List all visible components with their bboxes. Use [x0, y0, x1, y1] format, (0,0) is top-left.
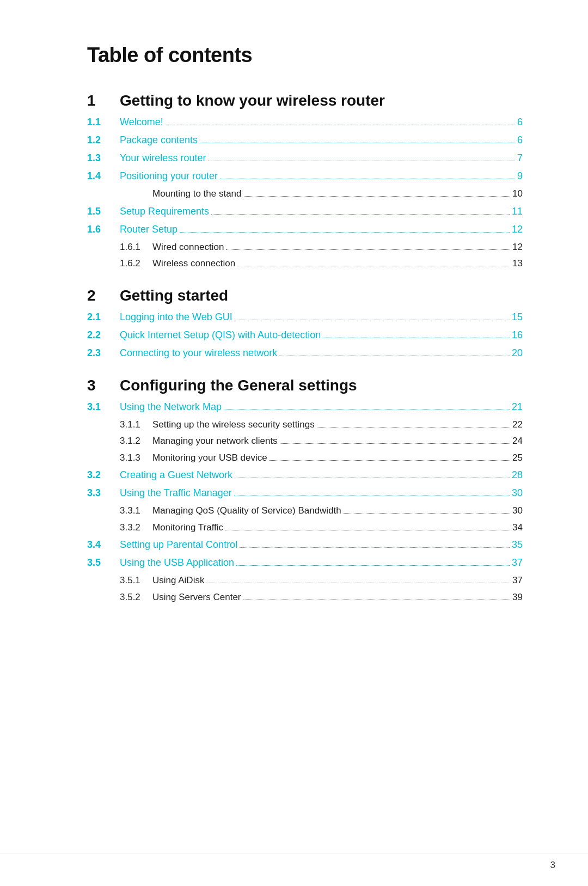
page-number: 3 [550, 860, 555, 871]
toc-link-1-4[interactable]: Positioning your router 9 [120, 169, 523, 184]
section-3-num: 3 [87, 377, 120, 394]
toc-sub-link-3-1-3: Monitoring your USB device 25 [152, 451, 523, 465]
toc-sub-page-3-5-1: 37 [512, 573, 523, 588]
toc-num-1-4: 1.4 [87, 169, 120, 184]
toc-dots-3-2 [235, 478, 510, 478]
toc-sub-dots-3-5-1 [206, 583, 510, 583]
toc-text-3-3: Using the Traffic Manager [120, 486, 232, 500]
toc-text-1-1: Welcome! [120, 115, 163, 130]
toc-entry-2-1[interactable]: 2.1 Logging into the Web GUI 15 [87, 310, 523, 325]
toc-sub-num-3-1-3: 3.1.3 [120, 451, 152, 465]
toc-dots-3-3 [234, 496, 510, 496]
toc-link-3-3[interactable]: Using the Traffic Manager 30 [120, 486, 523, 500]
toc-entry-3-3[interactable]: 3.3 Using the Traffic Manager 30 [87, 486, 523, 500]
toc-sub-link-3-3-2: Monitoring Traffic 34 [152, 521, 523, 535]
toc-entry-2-3[interactable]: 2.3 Connecting to your wireless network … [87, 346, 523, 360]
toc-link-2-3[interactable]: Connecting to your wireless network 20 [120, 346, 523, 360]
toc-sub-text-3-3-2: Monitoring Traffic [152, 521, 223, 535]
toc-sub-num-3-5-1: 3.5.1 [120, 573, 152, 588]
toc-num-1-1: 1.1 [87, 115, 120, 130]
toc-entry-1-6-1: 1.6.1 Wired connection 12 [87, 240, 523, 254]
toc-dots-1-3 [208, 161, 515, 161]
toc-sub-link-mounting: Mounting to the stand 10 [152, 187, 523, 201]
toc-page-3-4: 35 [512, 537, 523, 552]
toc-text-1-3: Your wireless router [120, 151, 206, 166]
toc-link-3-4[interactable]: Setting up Parental Control 35 [120, 537, 523, 552]
toc-entry-3-4[interactable]: 3.4 Setting up Parental Control 35 [87, 537, 523, 552]
toc-page-2-3: 20 [512, 346, 523, 360]
toc-text-3-2: Creating a Guest Network [120, 468, 232, 482]
toc-entry-3-2[interactable]: 3.2 Creating a Guest Network 28 [87, 468, 523, 482]
toc-page-1-5: 11 [512, 204, 523, 219]
toc-dots-1-5 [211, 214, 510, 215]
toc-page-1-6: 12 [512, 222, 523, 237]
toc-dots-3-4 [240, 547, 510, 548]
toc-entry-1-4[interactable]: 1.4 Positioning your router 9 [87, 169, 523, 184]
toc-link-2-1[interactable]: Logging into the Web GUI 15 [120, 310, 523, 325]
toc-link-1-6[interactable]: Router Setup 12 [120, 222, 523, 237]
toc-page-1-2: 6 [517, 133, 523, 148]
section-3-header: 3 Configuring the General settings [87, 377, 523, 394]
toc-entry-1-3[interactable]: 1.3 Your wireless router 7 [87, 151, 523, 166]
toc-link-1-3[interactable]: Your wireless router 7 [120, 151, 523, 166]
toc-num-2-2: 2.2 [87, 328, 120, 343]
toc-entry-3-1-1: 3.1.1 Setting up the wireless security s… [87, 418, 523, 432]
toc-link-2-2[interactable]: Quick Internet Setup (QIS) with Auto-det… [120, 328, 523, 343]
section-1-num: 1 [87, 92, 120, 109]
toc-entry-2-2[interactable]: 2.2 Quick Internet Setup (QIS) with Auto… [87, 328, 523, 343]
toc-text-3-4: Setting up Parental Control [120, 537, 237, 552]
toc-text-1-4: Positioning your router [120, 169, 218, 184]
section-2-title: Getting started [120, 287, 228, 304]
section-1-header: 1 Getting to know your wireless router [87, 92, 523, 109]
toc-page-3-3: 30 [512, 486, 523, 500]
toc-dots-2-1 [235, 320, 510, 320]
toc-sub-dots-1-6-1 [226, 249, 510, 250]
toc-page-1-3: 7 [517, 151, 523, 166]
toc-dots-2-2 [323, 338, 510, 338]
toc-link-1-5[interactable]: Setup Requirements 11 [120, 204, 523, 219]
toc-sub-link-3-5-2: Using Servers Center 39 [152, 590, 523, 604]
toc-sub-text-3-1-2: Managing your network clients [152, 434, 278, 448]
toc-link-3-1[interactable]: Using the Network Map 21 [120, 400, 523, 414]
page-title: Table of contents [87, 44, 523, 67]
toc-sub-page-3-5-2: 39 [512, 590, 523, 604]
toc-entry-1-5[interactable]: 1.5 Setup Requirements 11 [87, 204, 523, 219]
toc-num-3-4: 3.4 [87, 537, 120, 552]
toc-entry-1-1[interactable]: 1.1 Welcome! 6 [87, 115, 523, 130]
toc-entry-3-5-1: 3.5.1 Using AiDisk 37 [87, 573, 523, 588]
toc-sub-link-1-6-2: Wireless connection 13 [152, 256, 523, 271]
toc-text-2-3: Connecting to your wireless network [120, 346, 277, 360]
toc-text-2-2: Quick Internet Setup (QIS) with Auto-det… [120, 328, 321, 343]
toc-entry-3-1[interactable]: 3.1 Using the Network Map 21 [87, 400, 523, 414]
toc-num-3-3: 3.3 [87, 486, 120, 500]
toc-num-1-6: 1.6 [87, 222, 120, 237]
toc-entry-3-1-2: 3.1.2 Managing your network clients 24 [87, 434, 523, 448]
toc-sub-text-3-1-3: Monitoring your USB device [152, 451, 267, 465]
toc-text-3-5: Using the USB Application [120, 555, 234, 570]
toc-sub-link-3-1-1: Setting up the wireless security setting… [152, 418, 523, 432]
toc-dots-2-3 [279, 356, 510, 356]
toc-num-1-3: 1.3 [87, 151, 120, 166]
toc-entry-1-2[interactable]: 1.2 Package contents 6 [87, 133, 523, 148]
toc-num-3-2: 3.2 [87, 468, 120, 482]
toc-text-1-6: Router Setup [120, 222, 177, 237]
section-1-title: Getting to know your wireless router [120, 92, 385, 109]
toc-sub-link-3-3-1: Managing QoS (Quality of Service) Bandwi… [152, 504, 523, 518]
toc-sub-page-3-3-2: 34 [512, 521, 523, 535]
toc-sub-page-3-1-1: 22 [512, 418, 523, 432]
toc-num-2-3: 2.3 [87, 346, 120, 360]
toc-page-2-1: 15 [512, 310, 523, 325]
toc-link-3-2[interactable]: Creating a Guest Network 28 [120, 468, 523, 482]
toc-link-1-2[interactable]: Package contents 6 [120, 133, 523, 148]
toc-link-3-5[interactable]: Using the USB Application 37 [120, 555, 523, 570]
toc-num-3-1: 3.1 [87, 400, 120, 414]
toc-entry-3-5[interactable]: 3.5 Using the USB Application 37 [87, 555, 523, 570]
toc-entry-1-6[interactable]: 1.6 Router Setup 12 [87, 222, 523, 237]
toc-sub-num-3-3-2: 3.3.2 [120, 521, 152, 535]
toc-sub-page-1-6-1: 12 [512, 240, 523, 254]
toc-link-1-1[interactable]: Welcome! 6 [120, 115, 523, 130]
toc-sub-page-3-3-1: 30 [512, 504, 523, 518]
toc-sub-text-3-3-1: Managing QoS (Quality of Service) Bandwi… [152, 504, 341, 518]
toc-sub-text-3-1-1: Setting up the wireless security setting… [152, 418, 315, 432]
toc-sub-num-3-5-2: 3.5.2 [120, 590, 152, 604]
